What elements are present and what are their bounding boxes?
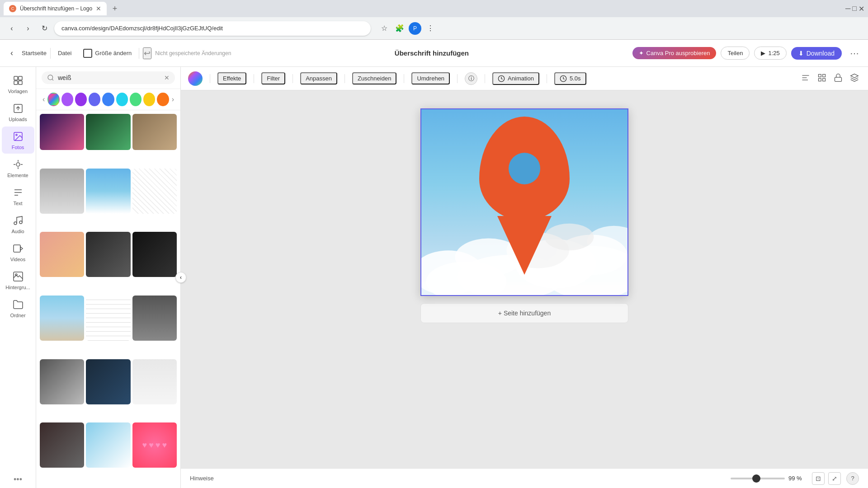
search-clear-button[interactable]: ✕ (164, 74, 170, 81)
lock-icon[interactable] (832, 71, 844, 85)
photo-thumb-2[interactable] (86, 114, 130, 150)
search-input[interactable] (58, 74, 160, 81)
color-filter-violet[interactable] (75, 93, 87, 106)
photo-thumb-18[interactable]: ♥ ♥ ♥ ♥ (132, 422, 177, 468)
canvas-background[interactable] (421, 109, 627, 295)
animation-button[interactable]: Animation (492, 72, 539, 85)
sidebar-item-videos[interactable]: Videos (2, 239, 34, 266)
divider-7 (485, 74, 485, 83)
forward-button[interactable]: › (22, 22, 34, 35)
extensions-button[interactable]: 🧩 (393, 22, 406, 35)
photo-thumb-9[interactable] (132, 232, 177, 277)
refresh-button[interactable]: ↻ (38, 22, 51, 35)
bookmark-button[interactable]: ☆ (378, 22, 391, 35)
zoom-slider[interactable] (731, 478, 785, 479)
svg-rect-26 (819, 75, 821, 77)
photo-thumb-15[interactable] (132, 359, 177, 404)
home-label: Startseite (22, 50, 47, 56)
photo-thumb-6[interactable] (132, 169, 177, 214)
canva-pro-label: Canva Pro ausprobieren (646, 50, 710, 56)
sidebar-item-fotos[interactable]: Fotos (2, 127, 34, 154)
browser-actions: ☆ 🧩 P ⋮ (378, 22, 437, 35)
sidebar-item-hintergrund[interactable]: Hintergru... (2, 267, 34, 294)
file-button[interactable]: Datei (54, 48, 75, 58)
maximize-button[interactable]: □ (852, 5, 857, 13)
download-label: Download (807, 50, 835, 57)
share-button[interactable]: Teilen (721, 47, 750, 60)
photo-thumb-8[interactable] (86, 232, 130, 277)
canvas-scroll[interactable]: + Seite hinzufügen (181, 90, 868, 468)
filter-button[interactable]: Filter (261, 72, 285, 84)
sidebar-item-vorlagen[interactable]: Vorlagen (2, 70, 34, 98)
photo-thumb-4[interactable] (40, 169, 84, 214)
photo-thumb-14[interactable] (86, 359, 130, 404)
duration-label: 5.0s (570, 75, 581, 82)
layers-icon[interactable] (848, 71, 861, 85)
tab-close-button[interactable]: ✕ (96, 5, 101, 12)
close-window-button[interactable]: ✕ (859, 5, 864, 13)
color-filter-blue[interactable] (102, 93, 114, 106)
map-pin[interactable] (479, 117, 570, 275)
fullscreen-button[interactable]: ⤢ (828, 472, 841, 485)
color-filter-orange[interactable] (157, 93, 169, 106)
profile-button[interactable]: P (409, 22, 421, 35)
play-icon: ▶ (761, 50, 765, 56)
color-next-button[interactable]: › (171, 94, 175, 104)
minimize-button[interactable]: ─ (845, 5, 850, 13)
sidebar-more-button[interactable]: ••• (14, 475, 22, 484)
color-filter-yellow[interactable] (143, 93, 155, 106)
active-tab[interactable]: C Überschrift hinzufügen – Logo ✕ (4, 2, 107, 15)
more-options-dots[interactable]: ⋯ (846, 46, 863, 61)
zuschneiden-button[interactable]: Zuschneiden (352, 72, 396, 84)
sidebar-label-ordner: Ordner (10, 313, 25, 318)
back-button[interactable]: ‹ (5, 22, 18, 35)
photo-thumb-3[interactable] (132, 114, 177, 150)
fit-screen-button[interactable]: ⊡ (812, 472, 825, 485)
color-filter-indigo[interactable] (89, 93, 100, 106)
undo-button[interactable]: ↩ (143, 47, 151, 59)
photo-thumb-13[interactable] (40, 359, 84, 404)
play-button[interactable]: ▶ 1:25 (754, 47, 786, 60)
new-tab-button[interactable]: + (108, 2, 121, 15)
photo-thumb-10[interactable] (40, 296, 84, 341)
photo-thumb-12[interactable] (132, 296, 177, 341)
anpassen-button[interactable]: Anpassen (300, 72, 337, 84)
sidebar-item-elemente[interactable]: Elemente (2, 155, 34, 182)
info-button[interactable]: ⓘ (465, 72, 477, 85)
photo-thumb-7[interactable] (40, 232, 84, 277)
svg-marker-31 (851, 74, 859, 78)
canva-pro-button[interactable]: ✦ Canva Pro ausprobieren (632, 47, 717, 59)
photo-thumb-16[interactable] (40, 422, 84, 468)
color-filter-green[interactable] (130, 93, 142, 106)
sidebar-item-text[interactable]: Text (2, 183, 34, 210)
collapse-panel-button[interactable]: ‹ (175, 272, 186, 283)
help-button[interactable]: ? (846, 472, 859, 485)
more-options-button[interactable]: ⋮ (424, 22, 437, 35)
photo-thumb-1[interactable] (40, 114, 84, 150)
sidebar-label-elemente: Elemente (7, 173, 28, 178)
umdrehen-button[interactable]: Umdrehen (411, 72, 450, 84)
color-filter-cyan[interactable] (116, 93, 128, 106)
sidebar-item-uploads[interactable]: Uploads (2, 99, 34, 126)
sidebar-item-ordner[interactable]: Ordner (2, 295, 34, 322)
home-button[interactable]: Startseite (22, 50, 47, 56)
effekte-button[interactable]: Effekte (217, 72, 246, 84)
color-prev-button[interactable]: ‹ (42, 94, 46, 104)
duration-button[interactable]: 5.0s (554, 72, 586, 85)
sidebar-item-audio[interactable]: Audio (2, 211, 34, 238)
download-button[interactable]: ⬇ Download (791, 47, 842, 60)
grid-view-icon[interactable] (816, 71, 828, 85)
align-icon[interactable] (799, 71, 812, 85)
photo-thumb-11[interactable] (86, 296, 130, 341)
resize-button[interactable]: Größe ändern (79, 46, 135, 61)
photo-thumb-5[interactable] (86, 169, 130, 214)
sidebar-back-button[interactable]: ‹ (5, 47, 18, 60)
text-icon (12, 186, 24, 199)
color-wheel[interactable] (188, 71, 203, 86)
color-filter-rainbow[interactable] (47, 93, 59, 106)
photo-thumb-17[interactable] (86, 422, 130, 468)
add-page-button[interactable]: + Seite hinzufügen (420, 303, 628, 323)
zoom-percent: 99 % (788, 475, 807, 482)
address-bar[interactable] (54, 21, 371, 36)
color-filter-purple[interactable] (61, 93, 73, 106)
